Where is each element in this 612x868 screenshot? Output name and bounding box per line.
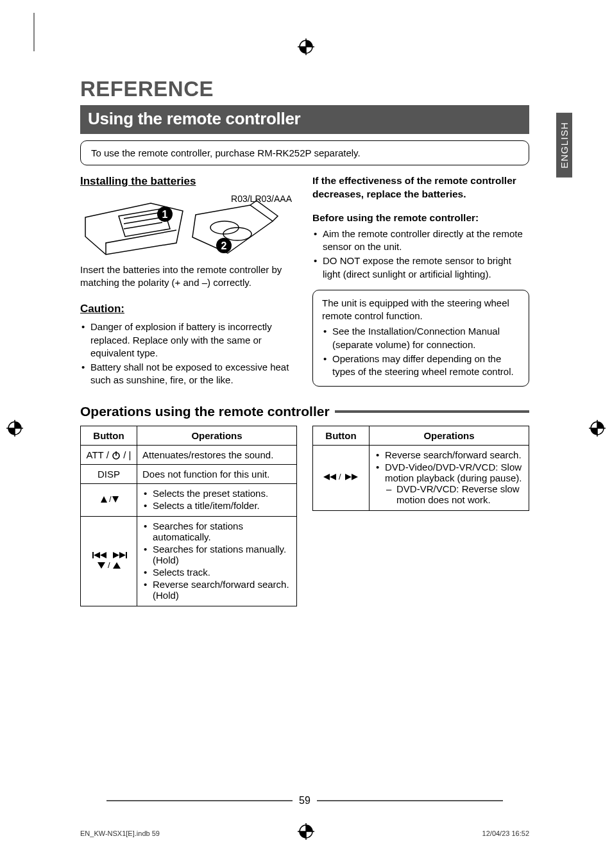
- table-row: ATT / / | Attenuates/restores the sound.: [81, 445, 297, 464]
- before-using-heading: Before using the remote controller:: [312, 212, 529, 225]
- registration-mark-icon: [6, 420, 23, 437]
- list-item: Aim the remote controller directly at th…: [312, 228, 529, 254]
- operations-heading-text: Operations using the remote controller: [80, 404, 330, 419]
- operation-text: Does not function for this unit.: [137, 464, 297, 483]
- table-row: / Selects the preset stations. Selects a…: [81, 483, 297, 516]
- list-item: Operations may differ depending on the t…: [322, 353, 520, 379]
- svg-marker-31: [98, 562, 105, 569]
- footer-timestamp: 12/04/23 16:52: [482, 830, 529, 837]
- registration-mark-icon: [589, 420, 606, 437]
- svg-marker-27: [100, 552, 106, 558]
- effectiveness-note: If the effectiveness of the remote contr…: [312, 174, 529, 201]
- crop-mark: [24, 13, 44, 58]
- button-label: DISP: [81, 464, 137, 483]
- page-number-text: 59: [299, 795, 310, 806]
- purchase-notice: To use the remote controller, purchase R…: [80, 140, 529, 165]
- language-tab: ENGLISH: [556, 113, 572, 178]
- list-item: See the Installation/Connection Manual (…: [322, 325, 520, 351]
- svg-text:/: /: [339, 472, 341, 481]
- list-item: Reverse search/forward search.: [375, 449, 523, 460]
- caution-heading: Caution:: [80, 302, 297, 317]
- table-header-button: Button: [313, 426, 370, 445]
- page-number: 59: [80, 795, 529, 806]
- caution-list: Danger of explosion if battery is incorr…: [80, 321, 297, 387]
- svg-marker-37: [345, 474, 352, 480]
- operations-table-left: Button Operations ATT / / | Attenuates/r…: [80, 426, 297, 606]
- list-item: DVD-Video/DVD-VR/VCD: Slow motion playba…: [375, 462, 523, 505]
- svg-marker-33: [113, 562, 121, 569]
- registration-mark-icon: [298, 38, 314, 55]
- list-item: Selects track.: [142, 567, 291, 578]
- note-intro: The unit is equipped with the steering w…: [322, 297, 520, 323]
- svg-marker-24: [112, 496, 119, 503]
- table-row: DISP Does not function for this unit.: [81, 464, 297, 483]
- list-item: Battery shall not be exposed to excessiv…: [80, 361, 297, 387]
- battery-diagram: R03/LR03/AAA 1: [80, 193, 297, 257]
- list-item: Searches for stations automatically.: [142, 521, 291, 542]
- table-row: / Searches for stations automatically. S…: [81, 516, 297, 606]
- list-item: Searches for stations manually. (Hold): [142, 544, 291, 565]
- up-down-icon: /: [93, 494, 125, 504]
- operations-table-right: Button Operations /: [312, 426, 529, 511]
- battery-diagram-svg: 1 2: [80, 198, 279, 257]
- before-using-list: Aim the remote controller directly at th…: [312, 228, 529, 281]
- svg-text:/: /: [108, 560, 110, 570]
- svg-rect-30: [126, 552, 127, 558]
- prev-next-down-up-icon: /: [89, 549, 130, 571]
- list-item: DVD-VR/VCD: Reverse slow motion does not…: [385, 483, 523, 505]
- button-label-suffix: / |: [121, 449, 131, 460]
- list-item: Selects a title/item/folder.: [142, 500, 291, 511]
- footer: EN_KW-NSX1[E].indb 59 12/04/23 16:52: [80, 830, 529, 837]
- footer-filename: EN_KW-NSX1[E].indb 59: [80, 830, 160, 837]
- operation-text: Attenuates/restores the sound.: [137, 445, 297, 464]
- svg-marker-26: [94, 552, 100, 558]
- chapter-title: REFERENCE: [80, 77, 529, 101]
- svg-text:/: /: [109, 494, 112, 504]
- section-title: Using the remote controller: [80, 105, 529, 134]
- list-item-text: DVD-Video/DVD-VR/VCD: Slow motion playba…: [385, 462, 522, 483]
- power-icon: [112, 451, 121, 460]
- list-item: Danger of explosion if battery is incorr…: [80, 321, 297, 360]
- table-header-button: Button: [81, 426, 137, 445]
- button-label: ATT /: [87, 449, 112, 460]
- steering-wheel-note: The unit is equipped with the steering w…: [312, 290, 529, 387]
- svg-marker-35: [330, 474, 336, 480]
- table-header-operations: Operations: [137, 426, 297, 445]
- svg-marker-28: [113, 552, 119, 558]
- rewind-fastforward-icon: /: [321, 472, 362, 482]
- list-item: Selects the preset stations.: [142, 488, 291, 499]
- list-item: DO NOT expose the remote sensor to brigh…: [312, 255, 529, 281]
- table-header-operations: Operations: [370, 426, 529, 445]
- insert-batteries-text: Insert the batteries into the remote con…: [80, 263, 297, 290]
- svg-marker-29: [119, 552, 126, 558]
- svg-text:2: 2: [221, 240, 227, 251]
- svg-marker-38: [352, 474, 358, 480]
- list-item: Reverse search/forward search. (Hold): [142, 579, 291, 601]
- table-row: / Reverse search/forward search. DVD-Vid…: [313, 445, 529, 510]
- svg-rect-25: [92, 552, 94, 558]
- installing-batteries-heading: Installing the batteries: [80, 174, 297, 189]
- operations-heading: Operations using the remote controller: [80, 404, 529, 419]
- svg-marker-34: [323, 474, 330, 480]
- svg-marker-22: [101, 496, 107, 503]
- svg-text:1: 1: [162, 209, 168, 220]
